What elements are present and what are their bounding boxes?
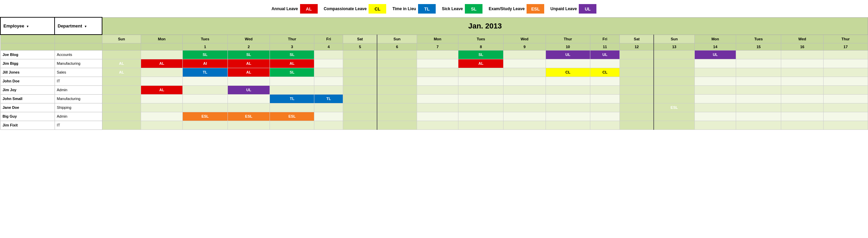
day-cell-14 (654, 50, 694, 59)
day-header-col-9: Tues (458, 35, 504, 43)
day-cell-5 (314, 112, 343, 121)
day-cell-18 (823, 121, 868, 130)
day-header-col-17: Wed (781, 35, 824, 43)
legend-label-sick-leave: Sick Leave (442, 6, 463, 11)
date-col-11: 10 (546, 43, 590, 50)
day-cell-17 (781, 85, 824, 94)
day-cell-15 (694, 112, 736, 121)
day-cell-11 (546, 94, 590, 103)
day-cell-12 (590, 77, 619, 85)
day-header-col-3: Wed (228, 35, 270, 43)
employee-filter-arrow[interactable]: ▼ (26, 25, 29, 28)
day-header-col-14: Sun (654, 35, 694, 43)
day-header-col-15: Mon (694, 35, 736, 43)
day-cell-17 (781, 77, 824, 85)
day-cell-13 (620, 94, 654, 103)
day-cell-1 (141, 112, 183, 121)
day-header-col-5: Fri (314, 35, 343, 43)
day-cell-3: ESL (228, 112, 270, 121)
day-cell-18 (823, 112, 868, 121)
legend-box-sick-leave: SL (465, 4, 482, 14)
day-cell-5 (314, 103, 343, 112)
employee-dept: Accounts (55, 50, 102, 59)
day-header-col-7: Sun (377, 35, 417, 43)
day-cell-0: AL (102, 59, 141, 68)
day-cell-18 (823, 77, 868, 85)
day-cell-11 (546, 103, 590, 112)
day-cell-11: CL (546, 68, 590, 77)
day-cell-5 (314, 59, 343, 68)
day-cell-5: TL (314, 94, 343, 103)
day-cell-4 (270, 77, 314, 85)
day-cell-6 (343, 121, 377, 130)
employee-dept: IT (55, 121, 102, 130)
day-cell-6 (343, 94, 377, 103)
day-cell-8 (417, 68, 458, 77)
table-row: John SmallManufacturingTLTL (0, 94, 868, 103)
day-cell-1: AL (141, 85, 183, 94)
month-label: Jan. 2013 (468, 22, 502, 30)
day-cell-7 (377, 77, 417, 85)
employee-header[interactable]: Employee ▼ (0, 17, 55, 35)
day-header-col-18: Thur (823, 35, 868, 43)
legend-label-time-in-lieu: Time in Lieu (392, 6, 416, 11)
day-cell-3 (228, 94, 270, 103)
day-cell-14 (654, 68, 694, 77)
day-cell-13 (620, 112, 654, 121)
day-cell-10 (504, 85, 546, 94)
day-cell-3: UL (228, 85, 270, 94)
day-cell-1 (141, 50, 183, 59)
day-cell-18 (823, 68, 868, 77)
legend-label-exam-study-leave: Exam/Study Leave (489, 6, 525, 11)
day-cell-16 (736, 59, 781, 68)
day-header-col-4: Thur (270, 35, 314, 43)
day-cell-14 (654, 59, 694, 68)
day-cell-6 (343, 85, 377, 94)
day-cell-2: SL (182, 50, 228, 59)
day-cell-3 (228, 121, 270, 130)
day-cell-5 (314, 68, 343, 77)
day-cell-12: UL (590, 50, 619, 59)
day-cell-6 (343, 68, 377, 77)
day-cell-15 (694, 68, 736, 77)
day-cell-5 (314, 121, 343, 130)
date-col-10: 9 (504, 43, 546, 50)
day-header-col-0: Sun (102, 35, 141, 43)
day-cell-8 (417, 112, 458, 121)
day-cell-4 (270, 103, 314, 112)
date-col-18: 17 (823, 43, 868, 50)
day-cell-13 (620, 103, 654, 112)
table-row: Jim JoyAdminALUL (0, 85, 868, 94)
day-cell-17 (781, 121, 824, 130)
day-cell-7 (377, 68, 417, 77)
day-cell-2: TL (182, 68, 228, 77)
day-cell-1 (141, 68, 183, 77)
day-cell-8 (417, 50, 458, 59)
day-cell-8 (417, 85, 458, 94)
day-cell-0 (102, 50, 141, 59)
month-header: Jan. 2013 (102, 17, 868, 35)
day-cell-12 (590, 59, 619, 68)
day-cell-4 (270, 85, 314, 94)
day-cell-11 (546, 59, 590, 68)
day-cell-9 (458, 121, 504, 130)
day-cell-10 (504, 50, 546, 59)
day-cell-17 (781, 112, 824, 121)
employee-name: Jim Bigg (0, 59, 55, 68)
day-cell-15 (694, 85, 736, 94)
day-cell-10 (504, 112, 546, 121)
day-cell-13 (620, 85, 654, 94)
day-header-col-11: Thur (546, 35, 590, 43)
dept-filter-arrow[interactable]: ▼ (84, 25, 87, 28)
day-header-col-8: Mon (417, 35, 458, 43)
legend-item-compassionate-leave: Compassionate LeaveCL (324, 4, 387, 14)
table-row: Jane DoeShippingESL (0, 103, 868, 112)
date-col-7: 6 (377, 43, 417, 50)
dept-header[interactable]: Department ▼ (55, 17, 102, 35)
calendar-container: Employee ▼ Department ▼ Jan. 2013 SunMon… (0, 17, 868, 130)
date-col-17: 16 (781, 43, 824, 50)
day-cell-12 (590, 103, 619, 112)
legend-label-unpaid-leave: Unpaid Leave (550, 6, 577, 11)
day-header-col-1: Mon (141, 35, 183, 43)
day-cell-9 (458, 112, 504, 121)
